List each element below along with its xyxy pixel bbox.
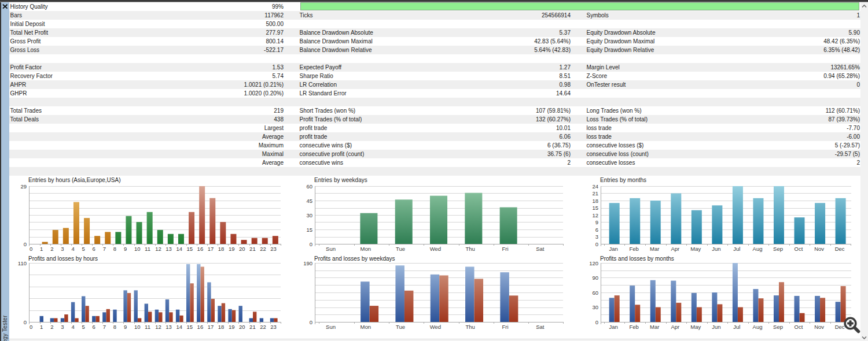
svg-text:6: 6 — [93, 246, 95, 252]
svg-text:Nov: Nov — [814, 246, 824, 252]
svg-text:12: 12 — [155, 246, 161, 252]
svg-text:Profits and losses by weekdays: Profits and losses by weekdays — [314, 255, 395, 262]
svg-text:14: 14 — [176, 324, 182, 330]
svg-text:5: 5 — [82, 324, 85, 330]
svg-text:Fri: Fri — [502, 324, 508, 330]
svg-text:May: May — [690, 324, 701, 330]
svg-text:90: 90 — [592, 275, 598, 281]
svg-text:3: 3 — [595, 233, 598, 240]
svg-text:15: 15 — [306, 227, 312, 233]
svg-text:Dec: Dec — [835, 324, 845, 330]
svg-text:Fri: Fri — [502, 246, 508, 252]
svg-text:18: 18 — [592, 198, 598, 204]
svg-text:21: 21 — [249, 246, 256, 252]
svg-text:15: 15 — [187, 246, 193, 252]
svg-text:Mar: Mar — [650, 246, 659, 252]
svg-text:0: 0 — [310, 319, 312, 325]
svg-text:45: 45 — [306, 198, 312, 204]
svg-text:120: 120 — [589, 260, 598, 266]
svg-text:9: 9 — [124, 324, 127, 330]
svg-text:23: 23 — [270, 246, 277, 252]
svg-text:0: 0 — [24, 319, 27, 325]
svg-text:12: 12 — [155, 324, 161, 330]
svg-text:Entries by weekdays: Entries by weekdays — [314, 177, 367, 183]
svg-text:0: 0 — [24, 241, 27, 247]
svg-text:11: 11 — [145, 246, 150, 252]
svg-text:Sep: Sep — [773, 324, 783, 330]
svg-text:20: 20 — [239, 246, 245, 252]
svg-text:0: 0 — [30, 324, 32, 330]
svg-text:Apr: Apr — [671, 246, 679, 252]
svg-text:2: 2 — [50, 324, 53, 330]
svg-text:23: 23 — [270, 324, 277, 330]
svg-text:May: May — [690, 246, 701, 252]
svg-text:190: 190 — [303, 260, 312, 266]
svg-text:10: 10 — [134, 246, 141, 252]
svg-text:13: 13 — [165, 324, 172, 330]
svg-text:Apr: Apr — [671, 324, 679, 330]
svg-text:2: 2 — [50, 246, 53, 252]
svg-text:24: 24 — [592, 183, 598, 190]
svg-text:Sep: Sep — [773, 246, 783, 252]
svg-text:11: 11 — [145, 324, 150, 330]
svg-text:Feb: Feb — [630, 324, 639, 330]
svg-text:Wed: Wed — [430, 246, 441, 252]
svg-text:Aug: Aug — [753, 324, 763, 330]
svg-text:Nov: Nov — [814, 324, 824, 330]
svg-text:19: 19 — [229, 324, 235, 330]
svg-text:9: 9 — [124, 246, 127, 252]
svg-text:1: 1 — [40, 246, 43, 252]
svg-text:Feb: Feb — [630, 246, 639, 252]
svg-text:4: 4 — [71, 324, 74, 330]
svg-text:Jul: Jul — [733, 246, 740, 252]
svg-text:Jul: Jul — [733, 324, 740, 330]
svg-text:15: 15 — [592, 205, 598, 211]
svg-text:10: 10 — [134, 324, 141, 330]
svg-text:Profits and losses by months: Profits and losses by months — [600, 255, 674, 262]
svg-text:Sat: Sat — [536, 246, 545, 252]
svg-text:110: 110 — [18, 260, 27, 266]
svg-text:3: 3 — [61, 324, 64, 330]
svg-text:Dec: Dec — [835, 246, 845, 252]
svg-text:60: 60 — [592, 290, 598, 296]
svg-text:20: 20 — [239, 324, 245, 330]
svg-text:17: 17 — [208, 246, 214, 252]
svg-text:Tue: Tue — [396, 324, 405, 330]
svg-text:Aug: Aug — [753, 246, 763, 252]
svg-text:17: 17 — [208, 324, 214, 330]
svg-text:4: 4 — [71, 246, 74, 252]
svg-text:Oct: Oct — [795, 246, 803, 252]
svg-text:12: 12 — [592, 212, 598, 218]
svg-text:6: 6 — [595, 227, 598, 233]
svg-text:14: 14 — [176, 246, 182, 252]
svg-text:1: 1 — [40, 324, 43, 330]
svg-text:0: 0 — [30, 246, 32, 252]
svg-text:8: 8 — [113, 324, 116, 330]
svg-text:13: 13 — [165, 246, 172, 252]
svg-text:Oct: Oct — [795, 324, 803, 330]
svg-text:29: 29 — [20, 183, 27, 190]
svg-text:7: 7 — [103, 246, 106, 252]
svg-text:Sat: Sat — [536, 324, 545, 330]
svg-text:21: 21 — [592, 190, 598, 197]
svg-text:0: 0 — [310, 241, 312, 247]
svg-text:60: 60 — [306, 183, 312, 190]
svg-text:0: 0 — [595, 241, 598, 247]
svg-text:9: 9 — [595, 219, 598, 225]
svg-text:15: 15 — [187, 324, 193, 330]
svg-text:Entries by months: Entries by months — [600, 177, 646, 183]
svg-text:Profits and losses by hours: Profits and losses by hours — [28, 255, 98, 262]
svg-text:16: 16 — [197, 246, 204, 252]
svg-text:19: 19 — [229, 246, 235, 252]
svg-text:Mon: Mon — [361, 324, 371, 330]
svg-text:Jan: Jan — [609, 246, 618, 252]
svg-text:30: 30 — [592, 304, 598, 310]
svg-text:8: 8 — [113, 246, 116, 252]
svg-text:16: 16 — [197, 324, 204, 330]
svg-text:Mon: Mon — [361, 246, 371, 252]
svg-text:21: 21 — [249, 324, 256, 330]
svg-text:22: 22 — [260, 246, 266, 252]
svg-text:Tue: Tue — [396, 246, 405, 252]
svg-text:18: 18 — [218, 324, 225, 330]
svg-text:5: 5 — [82, 246, 85, 252]
